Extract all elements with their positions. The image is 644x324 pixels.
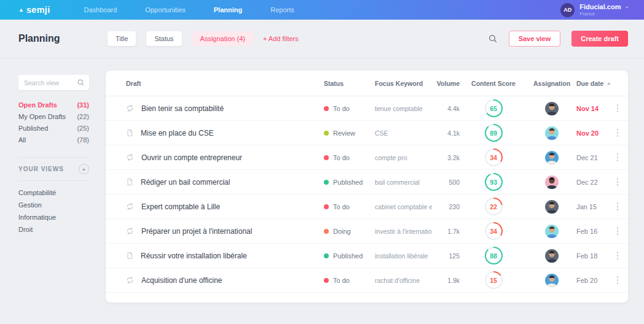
sidebar-custom-views: ComptabilitéGestionInformatiqueDroit [18, 187, 106, 236]
table-row[interactable]: Ouvrir un compte entrepreneurTo docompte… [106, 145, 628, 170]
sidebar-view-informatique[interactable]: Informatique [18, 211, 106, 223]
save-view-button[interactable]: Save view [509, 31, 561, 47]
nav-item-opportunities[interactable]: Opportunities [145, 6, 185, 14]
column-header-label: Content Score [471, 80, 516, 87]
semji-logo[interactable]: ▲ semji [18, 5, 50, 15]
column-header-content-score[interactable]: Content Score [460, 80, 527, 87]
sidebar-item-open-drafts[interactable]: Open Drafts(31) [18, 99, 89, 110]
row-menu-icon[interactable] [615, 176, 621, 188]
row-menu-icon[interactable] [615, 250, 621, 261]
document-icon [126, 252, 133, 260]
content-score-ring: 88 [485, 247, 503, 264]
draft-title: Acquisition d'une officine [141, 276, 222, 285]
table-row[interactable]: Mise en place du CSEReviewCSE4.1k89Nov 2… [106, 121, 628, 145]
status-label: Published [333, 179, 363, 186]
status-dot-icon [324, 229, 329, 234]
row-menu-icon[interactable] [615, 201, 621, 212]
column-header-label: Draft [126, 80, 141, 87]
focus-keyword: tenue comptable [375, 105, 432, 112]
sidebar-view-gestion[interactable]: Gestion [18, 199, 106, 211]
sidebar-item-published[interactable]: Published(25) [18, 122, 89, 134]
focus-keyword: cabinet comptable expertise [375, 203, 432, 210]
status-dot-icon [324, 131, 329, 136]
column-header-due-date[interactable]: Due date [576, 80, 613, 87]
focus-keyword: bail commercial [375, 179, 432, 186]
column-header-volume[interactable]: Volume [432, 80, 460, 87]
sidebar-item-label: All [18, 136, 26, 144]
table-row[interactable]: Réussir votre installation libéralePubli… [106, 244, 628, 268]
content-score-ring: 15 [485, 271, 503, 289]
nav-item-dashboard[interactable]: Dashboard [84, 6, 117, 14]
column-header-label: Focus Keyword [375, 80, 423, 87]
volume: 125 [432, 252, 460, 260]
volume: 230 [432, 203, 460, 210]
due-date: Dec 21 [576, 154, 613, 161]
status-label: To do [333, 277, 350, 284]
content-score-ring: 65 [485, 99, 503, 117]
sidebar-item-all[interactable]: All(78) [18, 134, 89, 145]
focus-keyword: CSE [375, 129, 432, 137]
focus-keyword: investir à l'international [375, 228, 432, 235]
search-view-icon [77, 79, 85, 87]
column-header-focus-keyword[interactable]: Focus Keyword [375, 80, 432, 87]
account-avatar: AD [560, 3, 575, 17]
table-row[interactable]: Expert comptable à LilleTo docabinet com… [106, 195, 628, 219]
draft-title: Ouvrir un compte entrepreneur [141, 153, 242, 162]
account-menu[interactable]: AD Fiducial.com ⌄ France [560, 3, 629, 17]
due-date: Nov 20 [576, 129, 613, 137]
table-row[interactable]: Préparer un projet à l'internationalDoin… [106, 219, 628, 244]
semji-logo-icon: ▲ [18, 7, 24, 13]
nav-item-planning[interactable]: Planning [214, 6, 242, 14]
nav-item-reports[interactable]: Reports [270, 6, 294, 14]
sidebar-divider [18, 180, 89, 181]
status-dot-icon [324, 278, 329, 283]
content-score-value: 34 [486, 150, 501, 165]
search-icon[interactable] [488, 34, 498, 44]
create-draft-button[interactable]: Create draft [571, 31, 628, 47]
assignee-avatar[interactable] [545, 126, 559, 140]
assignee-avatar[interactable] [545, 151, 559, 164]
page-content: Open Drafts(31)My Open Drafts(22)Publish… [0, 58, 644, 303]
due-date: Nov 14 [576, 105, 613, 112]
filter-chip-status[interactable]: Status [146, 31, 181, 46]
sidebar: Open Drafts(31)My Open Drafts(22)Publish… [0, 58, 106, 236]
draft-title: Réussir votre installation libérale [141, 252, 247, 260]
content-score-value: 15 [486, 272, 501, 288]
row-menu-icon[interactable] [615, 225, 621, 237]
sidebar-view-comptabilit[interactable]: Comptabilité [18, 187, 106, 199]
assignee-avatar[interactable] [545, 102, 559, 115]
sidebar-view-droit[interactable]: Droit [18, 223, 106, 236]
volume: 500 [432, 179, 460, 186]
column-header-assignation[interactable]: Assignation [527, 80, 576, 87]
table-row[interactable]: Acquisition d'une officineTo dorachat d'… [106, 268, 628, 293]
table-row[interactable]: Bien tenir sa comptabilitéTo dotenue com… [106, 96, 628, 121]
account-name: Fiducial.com [579, 3, 621, 11]
sidebar-item-my-open-drafts[interactable]: My Open Drafts(22) [18, 110, 89, 122]
filter-chip-title[interactable]: Title [108, 31, 136, 46]
assignee-avatar[interactable] [545, 200, 559, 214]
status-dot-icon [324, 253, 329, 258]
row-menu-icon[interactable] [615, 274, 621, 286]
add-filters-link[interactable]: + Add filters [263, 35, 299, 42]
content-score-value: 34 [486, 223, 501, 239]
row-menu-icon[interactable] [615, 102, 621, 114]
assignee-avatar[interactable] [545, 176, 559, 189]
focus-keyword: installation libérale [375, 252, 432, 260]
filter-chip-assignation-4[interactable]: Assignation (4) [192, 31, 253, 46]
sync-icon [126, 202, 134, 210]
assignee-avatar[interactable] [545, 225, 559, 238]
column-header-draft[interactable]: Draft [126, 80, 324, 87]
column-header-status[interactable]: Status [324, 80, 375, 87]
assignee-avatar[interactable] [545, 249, 559, 263]
row-menu-icon[interactable] [615, 127, 621, 139]
row-menu-icon[interactable] [615, 152, 621, 163]
table-row[interactable]: Rédiger un bail commercialPublishedbail … [106, 170, 628, 195]
column-header-label: Due date [576, 80, 603, 87]
assignee-avatar[interactable] [545, 274, 559, 287]
add-view-button[interactable]: + [79, 164, 89, 174]
app-root: ▲ semji DashboardOpportunitiesPlanningRe… [0, 0, 644, 324]
sidebar-item-label: Published [18, 125, 48, 132]
column-header-label: Volume [437, 80, 460, 87]
content-score-ring: 34 [485, 148, 503, 166]
main-nav: DashboardOpportunitiesPlanningReports [84, 6, 294, 14]
